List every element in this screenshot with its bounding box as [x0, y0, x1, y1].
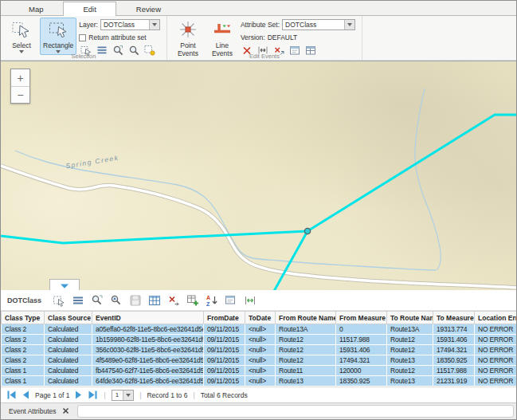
table-cell[interactable]: Route13A — [276, 324, 336, 335]
add-record-icon[interactable] — [185, 293, 200, 308]
table-cell[interactable]: Route11 — [276, 366, 336, 376]
table-row[interactable]: Class 1Calculatedfb447540-62f7-11e5-8bc6… — [2, 366, 517, 376]
zoom-in-button[interactable]: + — [11, 69, 29, 86]
table-cell[interactable]: 4f5489e0-62f8-11e5-8bc6-ee32641d5ec9 — [92, 355, 204, 366]
table-cell[interactable]: Route12 — [276, 335, 336, 345]
table-cell[interactable]: Calculated — [45, 355, 92, 366]
table-cell[interactable]: 18350.925 — [336, 376, 387, 387]
table-cell[interactable]: 15931.406 — [336, 345, 387, 355]
column-header[interactable]: Class Source — [45, 312, 92, 324]
collapse-panel-button[interactable] — [49, 279, 80, 290]
first-page-icon[interactable] — [6, 390, 17, 400]
table-cell[interactable]: NO ERROR — [475, 366, 517, 376]
table-cell[interactable]: 09/11/2015 — [204, 335, 245, 345]
table-cell[interactable]: 64fde340-62f8-11e5-8bc6-ee32641d5ec9 — [92, 376, 204, 387]
table-cell[interactable]: Route13A — [387, 324, 433, 335]
table-cell[interactable]: 11517.988 — [336, 335, 387, 345]
table-cell[interactable]: Calculated — [45, 345, 92, 355]
column-header[interactable]: From Route Name — [276, 312, 336, 324]
attribute-window-icon[interactable] — [223, 293, 238, 308]
table-cell[interactable]: 09/11/2015 — [204, 345, 245, 355]
table-row[interactable]: Class 2Calculated4f5489e0-62f8-11e5-8bc6… — [2, 355, 517, 366]
chevron-down-icon[interactable] — [123, 391, 133, 400]
table-cell[interactable]: Class 2 — [2, 355, 45, 366]
tab-review[interactable]: Review — [116, 2, 181, 15]
table-cell[interactable]: 09/11/2015 — [204, 355, 245, 366]
table-cell[interactable]: 09/11/2015 — [204, 324, 245, 335]
layer-dropdown[interactable]: DOTClass — [100, 19, 160, 30]
pan-to-record-icon[interactable] — [108, 293, 123, 308]
table-cell[interactable]: 09/11/2015 — [204, 376, 245, 387]
column-header[interactable]: Class Type — [2, 312, 45, 324]
table-cell[interactable]: NO ERROR — [475, 324, 517, 335]
delete-record-icon[interactable] — [166, 293, 181, 308]
table-cell[interactable]: <null> — [245, 355, 276, 366]
column-header[interactable]: From Measure — [336, 312, 387, 324]
table-cell[interactable]: <null> — [245, 366, 276, 376]
table-cell[interactable]: Calculated — [45, 366, 92, 376]
route-junction-marker[interactable] — [304, 228, 310, 234]
table-cell[interactable]: <null> — [245, 376, 276, 387]
table-cell[interactable]: <null> — [245, 335, 276, 345]
table-row[interactable]: Class 1Calculated64fde340-62f8-11e5-8bc6… — [2, 376, 517, 387]
table-cell[interactable]: Route12 — [387, 366, 433, 376]
attribute-set-dropdown[interactable]: DOTClass — [282, 19, 355, 30]
column-header[interactable]: To Route Name — [387, 312, 433, 324]
table-cell[interactable]: 21231.919 — [433, 376, 475, 387]
table-cell[interactable]: Calculated — [45, 376, 92, 387]
zoom-to-record-icon[interactable] — [89, 293, 104, 308]
table-cell[interactable]: a05effa0-62f8-11e5-8bc6-ee32641d5ec9 — [92, 324, 204, 335]
page-select-dropdown[interactable]: 1 — [112, 390, 134, 401]
fit-columns-icon[interactable] — [242, 293, 257, 308]
table-cell[interactable]: 120000 — [336, 366, 387, 376]
table-cell[interactable]: Calculated — [45, 335, 92, 345]
save-edits-icon[interactable] — [127, 293, 143, 308]
table-cell[interactable]: Calculated — [45, 324, 92, 335]
column-header[interactable]: ToDate — [245, 312, 276, 324]
column-header[interactable]: FromDate — [204, 312, 245, 324]
table-cell[interactable]: 11517.988 — [433, 366, 475, 376]
table-cell[interactable]: 18350.925 — [433, 355, 475, 366]
table-cell[interactable]: Route13 — [387, 376, 433, 387]
table-cell[interactable]: Class 1 — [2, 376, 45, 387]
table-cell[interactable]: Class 2 — [2, 335, 45, 345]
table-cell[interactable]: Route13 — [276, 376, 336, 387]
table-cell[interactable]: 1b159980-62f8-11e5-8bc6-ee32641d5ec9 — [92, 335, 204, 345]
table-cell[interactable]: Class 1 — [2, 366, 45, 376]
table-cell[interactable]: NO ERROR — [475, 355, 517, 366]
table-cell[interactable]: NO ERROR — [475, 335, 517, 345]
table-cell[interactable]: <null> — [245, 324, 276, 335]
chevron-down-icon[interactable] — [344, 20, 354, 29]
tab-event-attributes[interactable]: Event Attributes — [1, 405, 77, 418]
select-tool-icon[interactable] — [51, 293, 66, 308]
zoom-out-button[interactable]: − — [11, 86, 29, 103]
prev-page-icon[interactable] — [21, 390, 31, 400]
close-icon[interactable] — [62, 407, 69, 416]
column-header[interactable]: EventID — [92, 312, 204, 324]
table-cell[interactable]: 15931.406 — [433, 335, 475, 345]
table-cell[interactable]: Class 2 — [2, 345, 45, 355]
route-event-west[interactable] — [1, 231, 307, 243]
table-cell[interactable]: NO ERROR — [475, 376, 517, 387]
table-cell[interactable]: Route13 — [387, 355, 433, 366]
table-cell[interactable]: 0 — [336, 324, 387, 335]
select-tool-button[interactable]: Select — [6, 18, 37, 55]
selection-menu-icon[interactable] — [70, 293, 85, 308]
table-cell[interactable]: 17494.321 — [433, 345, 475, 355]
table-cell[interactable]: fb447540-62f7-11e5-8bc6-ee32641d5ec9 — [92, 366, 204, 376]
map-canvas[interactable]: Spring Creek + − — [1, 61, 516, 290]
table-row[interactable]: Class 2Calculated1b159980-62f8-11e5-8bc6… — [2, 335, 517, 345]
table-cell[interactable]: NO ERROR — [475, 345, 517, 355]
route-event-northeast[interactable] — [307, 115, 516, 231]
table-cell[interactable]: Route12 — [276, 345, 336, 355]
table-cell[interactable]: Class 2 — [2, 324, 45, 335]
tab-map[interactable]: Map — [9, 2, 63, 15]
table-cell[interactable]: Route12 — [276, 355, 336, 366]
table-row[interactable]: Class 2Calculateda05effa0-62f8-11e5-8bc6… — [2, 324, 517, 335]
tab-edit[interactable]: Edit — [63, 2, 116, 16]
sort-records-icon[interactable]: AZ — [204, 293, 219, 308]
last-page-icon[interactable] — [88, 390, 98, 400]
table-cell[interactable]: 09/11/2015 — [204, 366, 245, 376]
table-row[interactable]: Class 2Calculated356c0030-62f8-11e5-8bc6… — [2, 345, 517, 355]
open-table-icon[interactable] — [147, 293, 162, 308]
